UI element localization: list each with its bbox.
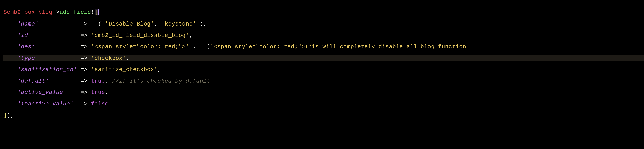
token-double-arrow: => (80, 89, 88, 96)
code-editor[interactable]: $cmb2_box_blog->add_field([ 'name' => __… (0, 0, 644, 124)
code-line-current: 'type' => 'checkbox', (3, 55, 644, 61)
code-line: 'default' => true, //If it's checked by … (3, 78, 644, 84)
token-string: 'Disable Blog' (105, 21, 154, 27)
token-bracket-close: ] (3, 112, 7, 118)
token-double-arrow: => (80, 44, 88, 50)
token-double-arrow: => (80, 78, 88, 84)
token-double-arrow: => (80, 66, 88, 73)
token-paren-open: ( (91, 9, 94, 16)
token-array-key: 'id' (18, 32, 32, 38)
token-array-key: 'name' (18, 21, 38, 27)
token-double-arrow: => (80, 21, 88, 27)
token-array-key: 'type' (18, 55, 38, 62)
token-function: __ (91, 21, 98, 27)
token-double-arrow: => (80, 32, 88, 38)
token-string: 'cmb2_id_field_disable_blog' (91, 32, 189, 38)
token-array-key: 'inactive_value' (18, 101, 74, 107)
code-line: 'name' => __( 'Disable Blog', 'keystone'… (3, 21, 644, 27)
code-line: 'sanitization_cb' => 'sanitize_checkbox'… (3, 67, 644, 72)
token-string: '<span style="color: red;">This will com… (210, 44, 466, 50)
code-line: $cmb2_box_blog->add_field([ (3, 9, 644, 16)
token-double-arrow: => (80, 101, 88, 107)
cursor: [ (94, 9, 98, 16)
token-operator: -> (52, 9, 60, 16)
token-array-key: 'active_value' (18, 89, 66, 96)
code-line: 'id' => 'cmb2_id_field_disable_blog', (3, 32, 644, 38)
token-method: add_field (59, 9, 91, 16)
token-function: __ (200, 44, 207, 50)
code-line: 'inactive_value' => false (3, 101, 644, 107)
token-comment: //If it's checked by default (112, 78, 210, 84)
token-string: 'keystone' (161, 21, 196, 27)
token-boolean: false (91, 101, 109, 107)
token-array-key: 'default' (18, 78, 49, 84)
token-string: '<span style="color: red;">' (91, 44, 189, 50)
token-variable: $cmb2_box_blog (3, 9, 52, 16)
code-line: 'desc' => '<span style="color: red;">' .… (3, 44, 644, 50)
token-array-key: 'desc' (18, 44, 38, 50)
token-string: 'checkbox' (91, 55, 126, 62)
code-line: ]); (3, 112, 644, 118)
token-boolean: true (91, 89, 105, 96)
code-line: 'active_value' => true, (3, 90, 644, 95)
token-double-arrow: => (80, 55, 88, 62)
token-boolean: true (91, 78, 105, 84)
token-array-key: 'sanitization_cb' (18, 66, 77, 73)
token-string: 'sanitize_checkbox' (91, 66, 158, 73)
